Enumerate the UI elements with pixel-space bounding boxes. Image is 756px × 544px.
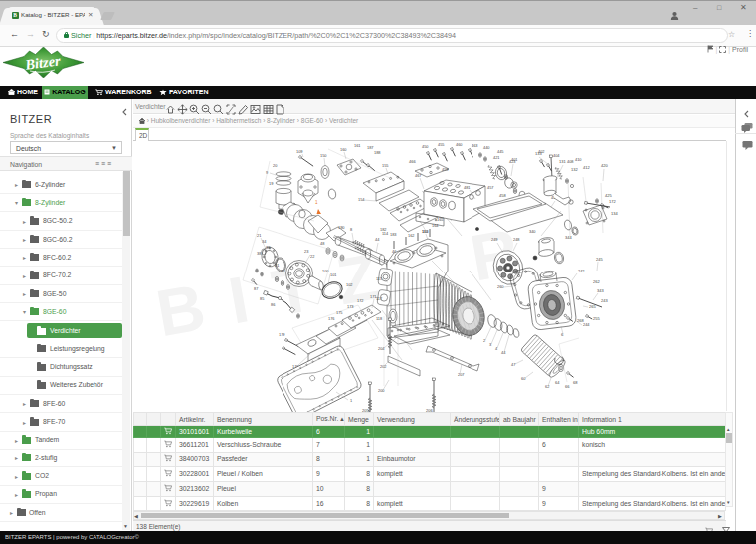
svg-text:20: 20 [273,163,278,168]
svg-text:110: 110 [422,229,429,234]
svg-text:131: 131 [559,159,566,164]
svg-text:162: 162 [408,233,415,238]
svg-text:161: 161 [354,143,361,148]
svg-text:86: 86 [271,302,275,307]
svg-text:6: 6 [561,332,564,337]
svg-text:164: 164 [432,223,439,228]
svg-text:463: 463 [472,143,478,148]
svg-text:22: 22 [310,254,314,259]
svg-text:421: 421 [493,155,500,160]
svg-text:425: 425 [605,193,612,198]
svg-text:450: 450 [422,144,429,149]
svg-text:458: 458 [499,193,506,198]
svg-text:38: 38 [257,251,261,256]
svg-text:244: 244 [583,322,590,327]
svg-text:344: 344 [565,235,572,240]
svg-text:340: 340 [529,229,536,234]
svg-text:114: 114 [382,231,389,236]
svg-text:115: 115 [376,276,382,281]
svg-text:62: 62 [545,384,549,389]
svg-text:202: 202 [380,364,387,369]
svg-text:60: 60 [521,376,526,381]
svg-text:101: 101 [330,272,337,277]
svg-text:249: 249 [491,237,498,242]
svg-text:150: 150 [320,153,327,158]
svg-text:248: 248 [513,237,520,242]
svg-text:412: 412 [583,165,590,170]
svg-text:187: 187 [367,145,374,150]
svg-text:154: 154 [358,197,365,202]
svg-text:160: 160 [340,147,347,152]
svg-text:36: 36 [266,245,270,250]
svg-text:179: 179 [279,332,285,337]
svg-text:410: 410 [575,157,582,162]
svg-text:1: 1 [350,398,352,403]
svg-text:183: 183 [390,232,397,237]
svg-text:85: 85 [260,296,264,301]
svg-text:47: 47 [511,362,515,367]
svg-text:408: 408 [567,159,574,164]
svg-text:41: 41 [275,263,279,268]
svg-text:188: 188 [374,150,381,155]
svg-text:133: 133 [535,151,542,156]
svg-text:466: 466 [409,159,416,164]
svg-text:87: 87 [254,286,258,291]
svg-text:68: 68 [573,380,578,385]
svg-text:21: 21 [257,233,261,238]
svg-text:172: 172 [357,298,364,303]
svg-text:190: 190 [338,225,345,230]
svg-text:245: 245 [596,257,603,262]
svg-text:204: 204 [378,346,385,351]
svg-text:457: 457 [487,185,494,190]
svg-text:200: 200 [378,388,385,393]
svg-text:117: 117 [376,296,382,301]
svg-text:172: 172 [609,199,616,204]
svg-text:64: 64 [555,380,560,385]
svg-text:420: 420 [601,163,608,168]
svg-text:44: 44 [501,350,506,355]
svg-text:173: 173 [347,304,354,309]
svg-text:242: 242 [578,269,585,273]
svg-text:255: 255 [593,316,600,321]
svg-text:100: 100 [322,269,329,273]
svg-text:459: 459 [442,167,449,172]
svg-text:109: 109 [296,149,303,154]
svg-text:404: 404 [553,153,560,158]
svg-text:423: 423 [509,159,516,164]
svg-text:445: 445 [497,149,504,154]
svg-text:207: 207 [458,372,465,377]
svg-text:467: 467 [415,173,422,178]
svg-text:132: 132 [571,167,578,172]
svg-text:118: 118 [376,316,382,321]
svg-text:260: 260 [497,284,504,289]
svg-text:19: 19 [269,181,273,186]
svg-text:243: 243 [601,298,608,303]
svg-text:1: 1 [315,200,318,205]
svg-text:66: 66 [565,384,570,389]
svg-text:175: 175 [336,310,343,315]
svg-text:134: 134 [611,211,618,216]
svg-text:481: 481 [464,185,471,190]
svg-text:440: 440 [483,145,490,150]
svg-text:102: 102 [346,282,353,287]
svg-text:460: 460 [456,142,463,147]
svg-text:48: 48 [320,241,324,246]
svg-text:23: 23 [304,249,308,254]
svg-text:262: 262 [593,279,600,284]
svg-text:155: 155 [382,163,389,168]
svg-text:268: 268 [577,318,584,323]
svg-text:455: 455 [438,142,445,147]
svg-text:176: 176 [328,316,335,321]
svg-text:8: 8 [350,227,352,232]
svg-text:343: 343 [597,288,604,293]
